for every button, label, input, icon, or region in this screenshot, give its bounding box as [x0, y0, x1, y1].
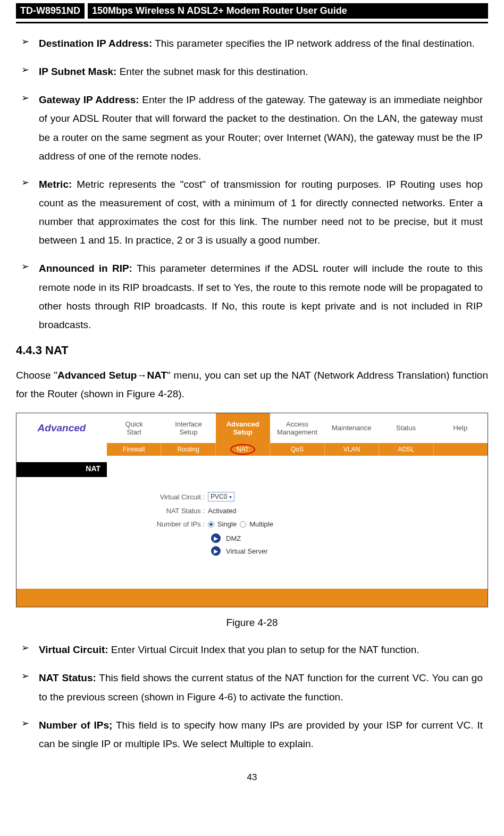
figure-body: Virtual Circuit : PVC0 ▾ NAT Status : Ac…: [16, 477, 488, 589]
row-nat-status: NAT Status : Activated: [144, 507, 488, 515]
vc-value: PVC0: [211, 493, 227, 500]
list-item: ➢Metric: Metric represents the "cost" of…: [21, 175, 483, 250]
row-number-ips: Number of IPs : Single Multiple: [144, 520, 488, 528]
figure-sidebar-title: Advanced: [16, 413, 107, 443]
intro-bold-path: Advanced Setup→NAT: [57, 370, 167, 381]
sub-tab[interactable]: Firewall: [107, 443, 161, 456]
link-virtual-server[interactable]: ▶ Virtual Server: [211, 546, 488, 556]
list-item: ➢Destination IP Address: This parameter …: [21, 34, 483, 53]
sub-tab[interactable]: NAT: [216, 443, 270, 456]
nat-status-value: Activated: [208, 507, 236, 515]
bullet-icon: ➢: [21, 716, 29, 753]
bullet-icon: ➢: [21, 34, 29, 53]
bullet-icon: ➢: [21, 640, 29, 659]
section-heading: 4.4.3 NAT: [16, 344, 488, 357]
main-tab[interactable]: QuickStart: [107, 413, 161, 443]
bottom-definitions-list: ➢Virtual Circuit: Enter Virtual Circuit …: [16, 640, 488, 753]
sub-tab[interactable]: VLAN: [325, 443, 379, 456]
main-tab[interactable]: InterfaceSetup: [161, 413, 215, 443]
vs-label: Virtual Server: [226, 547, 268, 555]
multiple-label: Multiple: [249, 520, 273, 528]
arrow-right-icon: ▶: [211, 546, 221, 556]
list-item-text: Virtual Circuit: Enter Virtual Circuit I…: [39, 640, 419, 659]
list-item-text: Metric: Metric represents the "cost" of …: [39, 175, 483, 250]
bullet-icon: ➢: [21, 62, 29, 81]
figure-nat-label: NAT: [16, 462, 107, 477]
figure-caption: Figure 4-28: [16, 617, 488, 629]
page-header: TD-W8951ND 150Mbps Wireless N ADSL2+ Mod…: [16, 0, 488, 23]
figure-main-tabs: QuickStartInterfaceSetupAdvancedSetupAcc…: [107, 413, 488, 443]
header-title: 150Mbps Wireless N ADSL2+ Modem Router U…: [88, 3, 488, 19]
list-item-text: Gateway IP Address: Enter the IP address…: [39, 90, 483, 165]
vc-label: Virtual Circuit :: [144, 493, 208, 501]
nat-status-label: NAT Status :: [144, 507, 208, 515]
list-item-text: IP Subnet Mask: Enter the subnet mask fo…: [39, 62, 308, 81]
list-item: ➢Virtual Circuit: Enter Virtual Circuit …: [21, 640, 483, 659]
intro-paragraph: Choose "Advanced Setup→NAT" menu, you ca…: [16, 366, 488, 403]
figure-footer-bar: [16, 589, 488, 607]
sub-tab[interactable]: ADSL: [379, 443, 433, 456]
sub-tab[interactable]: Routing: [161, 443, 215, 456]
bullet-icon: ➢: [21, 175, 29, 250]
radio-multiple[interactable]: [240, 521, 246, 528]
sub-tab: [434, 443, 488, 456]
main-tab[interactable]: Status: [379, 413, 433, 443]
num-ips-label: Number of IPs :: [144, 520, 208, 528]
list-item: ➢Number of IPs; This field is to specify…: [21, 716, 483, 753]
bullet-icon: ➢: [21, 90, 29, 165]
row-virtual-circuit: Virtual Circuit : PVC0 ▾: [144, 492, 488, 501]
list-item-text: NAT Status: This field shows the current…: [39, 668, 483, 706]
header-model: TD-W8951ND: [16, 3, 85, 19]
list-item: ➢IP Subnet Mask: Enter the subnet mask f…: [21, 62, 483, 81]
dmz-label: DMZ: [226, 534, 241, 542]
arrow-right-icon: ▶: [211, 533, 221, 543]
list-item-text: Destination IP Address: This parameter s…: [39, 34, 475, 53]
list-item: ➢NAT Status: This field shows the curren…: [21, 668, 483, 706]
intro-prefix: Choose ": [16, 370, 57, 381]
list-item-text: Announced in RIP: This parameter determi…: [39, 259, 483, 334]
figure-screenshot: Advanced QuickStartInterfaceSetupAdvance…: [16, 413, 488, 607]
figure-section-title-row: NAT: [16, 462, 488, 477]
top-definitions-list: ➢Destination IP Address: This parameter …: [16, 34, 488, 334]
figure-top-tabs-row: Advanced QuickStartInterfaceSetupAdvance…: [16, 413, 488, 443]
chevron-down-icon: ▾: [229, 494, 232, 500]
bullet-icon: ➢: [21, 259, 29, 334]
list-item: ➢Gateway IP Address: Enter the IP addres…: [21, 90, 483, 165]
main-tab[interactable]: AccessManagement: [270, 413, 324, 443]
main-tab[interactable]: AdvancedSetup: [216, 413, 270, 443]
page-number: 43: [16, 772, 488, 783]
single-label: Single: [217, 520, 237, 528]
list-item-text: Number of IPs; This field is to specify …: [39, 716, 483, 753]
link-dmz[interactable]: ▶ DMZ: [211, 533, 488, 543]
figure-subtabs: FirewallRoutingNATQoSVLANADSL: [107, 443, 488, 456]
sub-tab[interactable]: QoS: [270, 443, 324, 456]
main-tab[interactable]: Help: [433, 413, 488, 443]
main-tab[interactable]: Maintenance: [324, 413, 379, 443]
vc-dropdown[interactable]: PVC0 ▾: [208, 492, 234, 501]
radio-single[interactable]: [208, 521, 214, 528]
bullet-icon: ➢: [21, 668, 29, 706]
list-item: ➢Announced in RIP: This parameter determ…: [21, 259, 483, 334]
figure-subtabs-row: FirewallRoutingNATQoSVLANADSL: [16, 443, 488, 456]
